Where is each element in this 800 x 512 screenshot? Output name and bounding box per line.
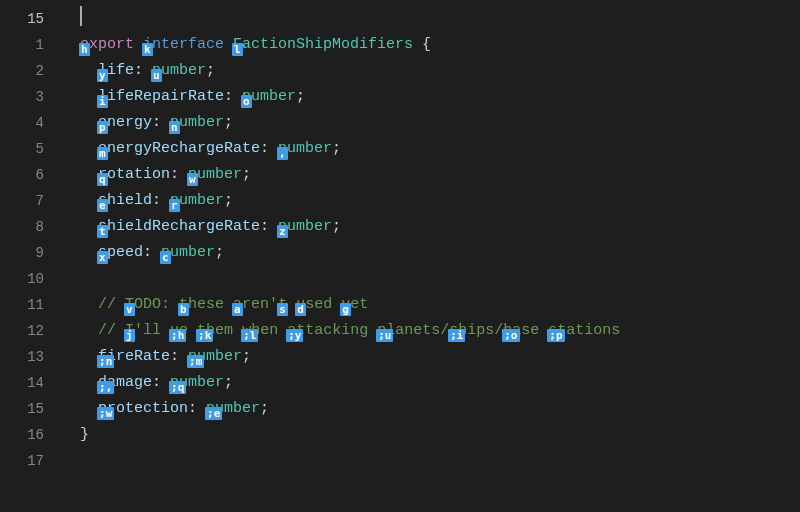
token-type: umber xyxy=(287,218,332,235)
hint-label: w xyxy=(187,173,198,186)
jump-hint[interactable]: ;hu xyxy=(170,318,179,344)
hint-label: , xyxy=(277,147,288,160)
jump-hint[interactable]: nn xyxy=(170,110,179,136)
jump-hint[interactable]: es xyxy=(98,188,107,214)
jump-hint[interactable]: du xyxy=(296,292,305,318)
token-comment: // xyxy=(98,322,125,339)
token-punct: : xyxy=(152,114,170,131)
token-comment: lanets/ xyxy=(386,322,449,339)
line-number: 10 xyxy=(0,266,44,292)
hint-label: h xyxy=(79,43,90,56)
jump-hint[interactable]: me xyxy=(98,136,107,162)
token-punct: : xyxy=(152,192,170,209)
code-line[interactable] xyxy=(62,448,800,474)
jump-hint[interactable]: ;nf xyxy=(98,344,107,370)
jump-hint[interactable]: ;up xyxy=(377,318,386,344)
hint-label: ;n xyxy=(97,355,114,368)
code-line[interactable]: ylife: unumber; xyxy=(62,58,800,84)
code-line[interactable]: penergy: nnumber; xyxy=(62,110,800,136)
jump-hint[interactable]: qr xyxy=(98,162,107,188)
jump-hint[interactable]: he xyxy=(80,32,89,58)
jump-hint[interactable]: ;,d xyxy=(98,370,107,396)
jump-hint[interactable]: ;kt xyxy=(197,318,206,344)
jump-hint[interactable]: ;ob xyxy=(503,318,512,344)
code-line[interactable]: xspeed: cnumber; xyxy=(62,240,800,266)
jump-line-indicator: 15 xyxy=(0,6,44,32)
token-punct: : xyxy=(224,88,242,105)
token-type: actionShipModifiers xyxy=(242,36,422,53)
code-line[interactable]: ;nfireRate: ;mnumber; xyxy=(62,344,800,370)
hint-label: q xyxy=(97,173,108,186)
jump-hint[interactable]: st xyxy=(278,292,287,318)
hint-label: y xyxy=(97,69,108,82)
code-line[interactable]: } xyxy=(62,422,800,448)
code-line[interactable]: menergyRechargeRate: ,number; xyxy=(62,136,800,162)
token-comment: 'll xyxy=(134,322,170,339)
token-ident: hieldRechargeRate xyxy=(107,218,260,235)
active-line[interactable] xyxy=(62,6,800,32)
token-type: umber xyxy=(179,192,224,209)
token-comment: hese xyxy=(188,296,233,313)
hint-label: ;q xyxy=(169,381,186,394)
jump-hint[interactable]: ;qnu xyxy=(170,370,188,396)
jump-hint[interactable]: un xyxy=(152,58,161,84)
code-line[interactable]: ;,damage: ;qnumber; xyxy=(62,370,800,396)
code-line[interactable]: // vTODO: bthese aaren'st dused gyet xyxy=(62,292,800,318)
jump-hint[interactable]: ;is xyxy=(449,318,458,344)
jump-hint[interactable]: on xyxy=(242,84,251,110)
jump-hint[interactable]: ;ps xyxy=(548,318,557,344)
jump-hint[interactable]: bt xyxy=(179,292,188,318)
jump-hint[interactable]: ;enu xyxy=(206,396,224,422)
line-number: 11 xyxy=(0,292,44,318)
jump-hint[interactable]: yl xyxy=(98,58,107,84)
hint-label: r xyxy=(169,199,180,212)
jump-hint[interactable]: xs xyxy=(98,240,107,266)
jump-hint[interactable]: aa xyxy=(233,292,242,318)
text-cursor xyxy=(80,6,82,26)
jump-hint[interactable]: il xyxy=(98,84,107,110)
token-keyword: xport xyxy=(89,36,143,53)
token-punct: : xyxy=(152,374,170,391)
hint-label: c xyxy=(160,251,171,264)
jump-hint[interactable]: cn xyxy=(161,240,170,266)
line-number: 17 xyxy=(0,448,44,474)
code-line[interactable] xyxy=(62,266,800,292)
jump-hint[interactable]: zn xyxy=(278,214,287,240)
line-number: 14 xyxy=(0,370,44,396)
hint-label: ;p xyxy=(547,329,564,342)
hint-label: ;i xyxy=(448,329,465,342)
token-type: umber xyxy=(170,244,215,261)
jump-hint[interactable]: ts xyxy=(98,214,107,240)
code-line[interactable]: ilifeRepairRate: onumber; xyxy=(62,84,800,110)
code-line[interactable]: ;wprotection: ;enumber; xyxy=(62,396,800,422)
jump-hint[interactable]: vT xyxy=(125,292,134,318)
jump-hint[interactable]: ;mnu xyxy=(188,344,206,370)
token-type: mber xyxy=(188,374,224,391)
token-punct: ; xyxy=(242,348,251,365)
line-number: 9 xyxy=(0,240,44,266)
hint-label: z xyxy=(277,225,288,238)
hint-label: v xyxy=(124,303,135,316)
jump-hint[interactable]: pe xyxy=(98,110,107,136)
jump-hint[interactable]: ,n xyxy=(278,136,287,162)
jump-hint[interactable]: gy xyxy=(341,292,350,318)
jump-hint[interactable]: ki xyxy=(143,32,152,58)
code-line[interactable]: // jI'll ;hue ;kthem ;lwhen ;yattacking … xyxy=(62,318,800,344)
code-line[interactable]: eshield: rnumber; xyxy=(62,188,800,214)
jump-hint[interactable]: ;lw xyxy=(242,318,251,344)
jump-hint[interactable]: wn xyxy=(188,162,197,188)
jump-hint[interactable]: ;ya xyxy=(287,318,296,344)
code-editor[interactable]: 15 1 2 3 4 5 6 7 8 9 10 11 12 13 14 15 1… xyxy=(0,0,800,512)
token-punct: : xyxy=(260,140,278,157)
jump-hint[interactable]: lF xyxy=(233,32,242,58)
jump-hint[interactable]: jI xyxy=(125,318,134,344)
jump-hint[interactable]: rn xyxy=(170,188,179,214)
jump-hint[interactable]: ;wp xyxy=(98,396,107,422)
token-punct: : xyxy=(260,218,278,235)
code-line[interactable]: qrotation: wnumber; xyxy=(62,162,800,188)
token-ident: nergyRechargeRate xyxy=(107,140,260,157)
code-line[interactable]: tshieldRechargeRate: znumber; xyxy=(62,214,800,240)
code-line[interactable]: hexport kinterface lFactionShipModifiers… xyxy=(62,32,800,58)
code-area[interactable]: hexport kinterface lFactionShipModifiers… xyxy=(62,0,800,512)
hint-label: ;u xyxy=(376,329,393,342)
